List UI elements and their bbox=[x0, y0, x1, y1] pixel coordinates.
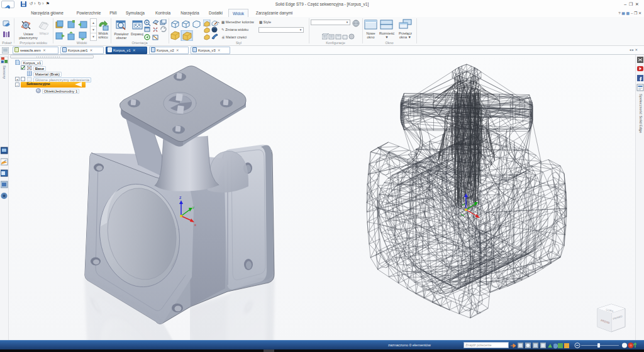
svg-text:z: z bbox=[179, 195, 182, 200]
svg-text:x: x bbox=[194, 223, 196, 227]
svg-text:y: y bbox=[192, 205, 194, 209]
